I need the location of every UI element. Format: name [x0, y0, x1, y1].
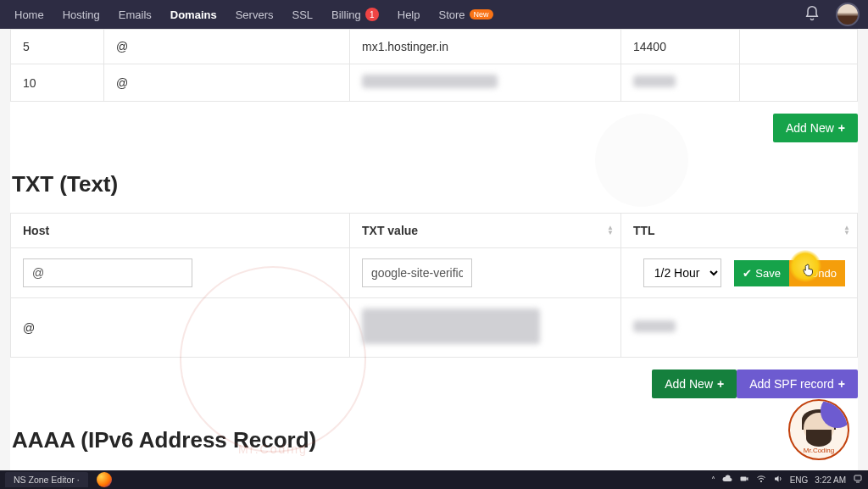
tray-lang[interactable]: ENG: [790, 475, 809, 485]
txt-add-new-button[interactable]: Add New+: [652, 370, 737, 398]
taskbar: NS Zone Editor · ˄ ENG 3:22 AM: [0, 470, 868, 489]
mx-actions: [740, 30, 858, 64]
brand-avatar: Mr.Coding: [788, 399, 849, 460]
tray-time[interactable]: 3:22 AM: [815, 475, 846, 485]
top-nav: Home Hosting Emails Domains Servers SSL …: [0, 0, 868, 29]
nav-billing[interactable]: Billing 1: [322, 0, 388, 29]
tray-volume-icon[interactable]: [773, 474, 783, 486]
mx-ttl: 14400: [621, 30, 740, 64]
col-host[interactable]: Host: [11, 214, 350, 248]
tray-wifi-icon[interactable]: [756, 474, 766, 486]
svg-point-1: [760, 481, 761, 481]
col-ttl[interactable]: TTL ▲▼: [621, 214, 858, 248]
plus-icon: +: [838, 377, 845, 391]
txt-existing-row: @: [11, 298, 858, 358]
nav-emails[interactable]: Emails: [109, 0, 161, 29]
txt-save-button[interactable]: ✔Save: [734, 260, 789, 286]
txt-section-title: TXT (Text): [12, 171, 858, 197]
firefox-icon[interactable]: [97, 472, 112, 487]
mx-priority: 10: [11, 64, 104, 102]
store-new-badge: New: [470, 9, 493, 19]
svg-rect-0: [740, 477, 746, 481]
mx-add-new-button[interactable]: Add New+: [773, 114, 858, 142]
plus-icon: +: [717, 377, 724, 391]
tray-camera-icon[interactable]: [739, 474, 749, 486]
billing-badge: 1: [365, 8, 379, 21]
taskbar-tab[interactable]: NS Zone Editor ·: [5, 472, 88, 487]
txt-ttl-select[interactable]: 1/2 Hour: [643, 258, 721, 287]
page-content: Mr.Coding 5 @ mx1.hostinger.in 14400 10 …: [10, 29, 858, 489]
mx-points: [350, 64, 621, 102]
bell-icon[interactable]: [804, 5, 821, 25]
sort-icon: ▲▼: [607, 225, 614, 236]
system-tray[interactable]: ˄ ENG 3:22 AM: [711, 474, 863, 486]
nav-domains[interactable]: Domains: [161, 0, 226, 29]
txt-host: @: [11, 298, 350, 358]
sort-icon: ▲▼: [843, 225, 850, 236]
tray-notifications-icon[interactable]: [853, 474, 863, 486]
nav-servers[interactable]: Servers: [226, 0, 283, 29]
nav-items: Home Hosting Emails Domains Servers SSL …: [5, 0, 503, 29]
mx-ttl: [621, 64, 740, 102]
col-value[interactable]: TXT value ▲▼: [350, 214, 621, 248]
nav-help[interactable]: Help: [388, 0, 430, 29]
tray-chevron-icon[interactable]: ˄: [711, 475, 715, 485]
aaaa-section-title: AAAA (IPv6 Address Record): [12, 427, 858, 453]
txt-undo-button[interactable]: ↶Undo: [789, 260, 845, 286]
nav-ssl[interactable]: SSL: [282, 0, 322, 29]
txt-add-spf-button[interactable]: Add SPF record+: [737, 370, 858, 398]
txt-value: [350, 298, 621, 358]
nav-hosting[interactable]: Hosting: [53, 0, 109, 29]
svg-rect-2: [854, 475, 861, 481]
table-row: 5 @ mx1.hostinger.in 14400: [11, 30, 858, 64]
mx-actions: [740, 64, 858, 102]
txt-header-row: Host TXT value ▲▼ TTL ▲▼: [11, 214, 858, 248]
mx-host: @: [104, 30, 350, 64]
tray-cloud-icon[interactable]: [722, 474, 732, 486]
txt-edit-row: 1/2 Hour ✔Save ↶Undo: [11, 248, 858, 298]
nav-home[interactable]: Home: [5, 0, 53, 29]
txt-value-input[interactable]: [362, 258, 472, 287]
txt-table: Host TXT value ▲▼ TTL ▲▼ 1/2 Hour: [10, 213, 858, 358]
table-row: 10 @: [11, 64, 858, 102]
mx-host: @: [104, 64, 350, 102]
plus-icon: +: [838, 121, 845, 135]
check-icon: ✔: [743, 267, 752, 280]
mx-table: 5 @ mx1.hostinger.in 14400 10 @: [10, 29, 858, 102]
nav-store[interactable]: Store New: [430, 0, 503, 29]
user-avatar[interactable]: [836, 3, 860, 26]
undo-icon: ↶: [798, 267, 807, 280]
txt-host-input[interactable]: [23, 258, 192, 287]
mx-priority: 5: [11, 30, 104, 64]
mx-points: mx1.hostinger.in: [350, 30, 621, 64]
txt-ttl: [621, 298, 858, 358]
